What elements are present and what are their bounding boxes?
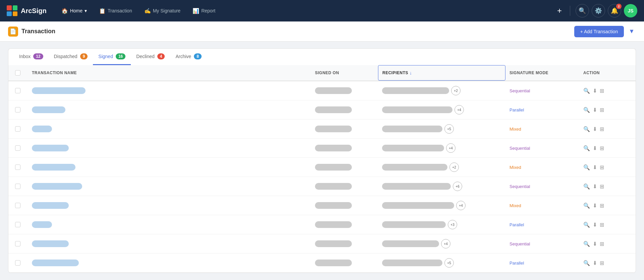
download-icon[interactable]: ⬇ xyxy=(593,222,597,228)
tab-declined[interactable]: Declined 4 xyxy=(131,49,170,65)
tab-dispatched[interactable]: Dispatched 9 xyxy=(49,49,93,65)
recipient-skeleton xyxy=(382,145,444,151)
row-checkbox[interactable] xyxy=(15,260,20,266)
settings-button[interactable]: ⚙️ xyxy=(592,4,605,17)
row-signed-on-cell xyxy=(311,83,378,99)
logo-area[interactable]: ArcSign xyxy=(7,5,47,16)
tab-inbox[interactable]: Inbox 12 xyxy=(14,49,49,65)
add-transaction-button[interactable]: + Add Transaction xyxy=(574,26,624,37)
row-checkbox-cell xyxy=(11,217,28,232)
nav-right: + 🔍 ⚙️ 🔔 2 JS xyxy=(554,4,637,17)
more-icon[interactable]: ⊞ xyxy=(600,183,604,190)
app-name: ArcSign xyxy=(21,7,47,15)
row-action-cell: 🔍 ⬇ ⊞ xyxy=(579,102,633,118)
view-icon[interactable]: 🔍 xyxy=(583,202,590,209)
tab-signed[interactable]: Signed 16 xyxy=(93,49,131,65)
row-checkbox[interactable] xyxy=(15,88,20,93)
more-icon[interactable]: ⊞ xyxy=(600,88,604,94)
row-action-cell: 🔍 ⬇ ⊞ xyxy=(579,198,633,214)
download-icon[interactable]: ⬇ xyxy=(593,202,597,209)
row-checkbox[interactable] xyxy=(15,184,20,189)
signature-icon: ✍️ xyxy=(144,8,151,14)
row-signed-on-cell xyxy=(311,159,378,175)
transaction-name-skeleton xyxy=(32,106,65,113)
notifications-button[interactable]: 🔔 2 xyxy=(608,4,621,17)
download-icon[interactable]: ⬇ xyxy=(593,260,597,266)
view-icon[interactable]: 🔍 xyxy=(583,222,590,228)
row-recipients-cell: +2 xyxy=(378,81,505,100)
recipient-skeleton xyxy=(382,164,447,171)
row-checkbox[interactable] xyxy=(15,107,20,112)
download-icon[interactable]: ⬇ xyxy=(593,241,597,247)
page-title-area: 📄 Transaction xyxy=(8,27,574,37)
row-checkbox[interactable] xyxy=(15,165,20,170)
nav-my-signature[interactable]: ✍️ My Signature xyxy=(140,5,185,17)
table-row: +2 Mixed 🔍 ⬇ ⊞ xyxy=(8,158,636,177)
row-signed-on-cell xyxy=(311,255,378,271)
recipient-count-badge: +4 xyxy=(456,201,466,210)
signature-mode-value: Sequential xyxy=(509,184,530,189)
download-icon[interactable]: ⬇ xyxy=(593,107,597,113)
recipient-cell: +2 xyxy=(382,162,501,172)
row-checkbox[interactable] xyxy=(15,203,20,208)
row-checkbox-cell xyxy=(11,102,28,117)
view-icon[interactable]: 🔍 xyxy=(583,145,590,151)
recipient-cell: +4 xyxy=(382,143,501,153)
nav-report[interactable]: 📊 Report xyxy=(188,5,220,17)
select-all-checkbox[interactable] xyxy=(15,70,20,76)
row-signed-on-cell xyxy=(311,121,378,137)
row-checkbox[interactable] xyxy=(15,145,20,151)
download-icon[interactable]: ⬇ xyxy=(593,164,597,171)
view-icon[interactable]: 🔍 xyxy=(583,107,590,113)
signature-mode-value: Mixed xyxy=(509,203,521,208)
view-icon[interactable]: 🔍 xyxy=(583,183,590,190)
row-checkbox-cell xyxy=(11,83,28,98)
tab-archive[interactable]: Archive 8 xyxy=(170,49,207,65)
download-icon[interactable]: ⬇ xyxy=(593,126,597,132)
recipient-count-badge: +6 xyxy=(453,182,462,191)
user-avatar[interactable]: JS xyxy=(624,4,637,17)
row-checkbox[interactable] xyxy=(15,222,20,227)
more-icon[interactable]: ⊞ xyxy=(600,126,604,132)
nav-transaction[interactable]: 📋 Transaction xyxy=(94,5,137,17)
action-icons: 🔍 ⬇ ⊞ xyxy=(583,126,604,132)
row-recipients-cell: +4 xyxy=(378,196,505,215)
table-row: +4 Sequential 🔍 ⬇ ⊞ xyxy=(8,234,636,253)
row-action-cell: 🔍 ⬇ ⊞ xyxy=(579,159,633,175)
search-button[interactable]: 🔍 xyxy=(576,4,589,17)
table-row: +3 Parallel 🔍 ⬇ ⊞ xyxy=(8,215,636,234)
filter-button[interactable]: ▼ xyxy=(627,27,636,36)
row-name-cell xyxy=(28,140,311,156)
col-recipients[interactable]: RECIPIENTS ↓ xyxy=(378,65,505,81)
signed-on-skeleton xyxy=(315,164,352,171)
recipient-skeleton xyxy=(382,260,442,266)
transaction-name-skeleton xyxy=(32,126,52,132)
download-icon[interactable]: ⬇ xyxy=(593,183,597,190)
more-icon[interactable]: ⊞ xyxy=(600,260,604,266)
more-icon[interactable]: ⊞ xyxy=(600,145,604,151)
view-icon[interactable]: 🔍 xyxy=(583,164,590,171)
row-checkbox-cell xyxy=(11,141,28,155)
view-icon[interactable]: 🔍 xyxy=(583,241,590,247)
transaction-name-skeleton xyxy=(32,164,75,171)
view-icon[interactable]: 🔍 xyxy=(583,126,590,132)
row-checkbox[interactable] xyxy=(15,241,20,246)
row-sig-mode-cell: Sequential xyxy=(505,84,579,98)
row-checkbox[interactable] xyxy=(15,126,20,132)
logo-cell-red xyxy=(7,5,12,10)
view-icon[interactable]: 🔍 xyxy=(583,88,590,94)
inbox-badge: 12 xyxy=(33,53,43,59)
more-icon[interactable]: ⊞ xyxy=(600,107,604,113)
more-icon[interactable]: ⊞ xyxy=(600,222,604,228)
more-icon[interactable]: ⊞ xyxy=(600,202,604,209)
download-icon[interactable]: ⬇ xyxy=(593,145,597,151)
add-new-button[interactable]: + xyxy=(554,5,565,17)
download-icon[interactable]: ⬇ xyxy=(593,88,597,94)
nav-home[interactable]: 🏠 Home ▾ xyxy=(57,5,92,17)
sort-icon: ↓ xyxy=(410,70,412,76)
transaction-icon: 📋 xyxy=(99,8,106,14)
more-icon[interactable]: ⊞ xyxy=(600,241,604,247)
more-icon[interactable]: ⊞ xyxy=(600,164,604,171)
transaction-name-skeleton xyxy=(32,260,79,266)
view-icon[interactable]: 🔍 xyxy=(583,260,590,266)
